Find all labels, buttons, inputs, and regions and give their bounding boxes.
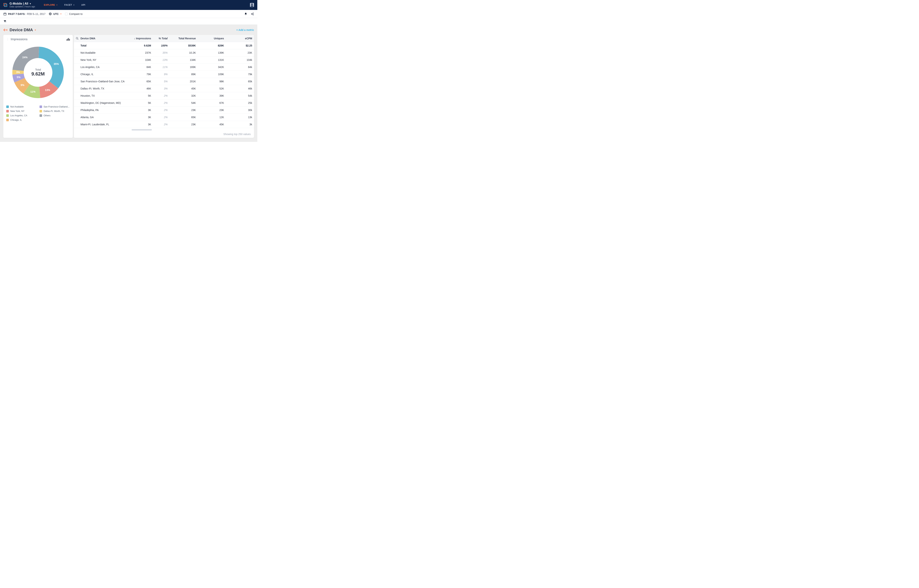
caret-down-icon: ▼ bbox=[73, 4, 74, 6]
horizontal-scrollbar[interactable] bbox=[132, 129, 152, 131]
top-navbar: G-Mobile | All ▾ Data updated 2 hours ag… bbox=[0, 0, 257, 10]
svg-rect-2 bbox=[4, 13, 6, 15]
legend-swatch bbox=[40, 105, 42, 108]
svg-line-20 bbox=[78, 39, 78, 39]
legend-swatch bbox=[40, 110, 42, 113]
legend-label: New York, NY bbox=[10, 110, 24, 113]
legend-swatch bbox=[6, 114, 9, 117]
app-logo-icon bbox=[3, 3, 7, 7]
data-table: Device DMA ↓Impressions % Total Total Re… bbox=[74, 35, 254, 131]
filter-strip: + bbox=[0, 18, 257, 24]
page-title-dropdown[interactable]: Device DMA ▼ bbox=[10, 27, 36, 32]
app-title: G-Mobile | All bbox=[10, 2, 28, 5]
data-table-panel: Device DMA ↓Impressions % Total Total Re… bbox=[74, 35, 254, 138]
col-uniques[interactable]: Uniques bbox=[198, 35, 226, 42]
panel-title: Impressions bbox=[11, 37, 27, 41]
checkbox-icon[interactable] bbox=[65, 13, 68, 15]
timezone-value: UTC bbox=[53, 13, 59, 15]
legend-swatch bbox=[6, 105, 9, 108]
table-row[interactable]: Dallas–Ft. Worth, TX46K3%45K52K46k bbox=[74, 85, 254, 92]
legend-item[interactable]: Dallas-Ft. Worth, TX bbox=[40, 110, 70, 113]
table-row[interactable]: Atlanta, GA3K2%65K12K13k bbox=[74, 114, 254, 121]
share-icon[interactable] bbox=[251, 12, 254, 16]
table-row[interactable]: Houston, TX5K2%32K39K54k bbox=[74, 92, 254, 99]
impressions-panel: ⋮ Impressions Total 9.62M 35%13%11%9%5%3… bbox=[3, 35, 73, 138]
legend-item[interactable]: Not Available bbox=[6, 105, 37, 108]
caret-down-icon: ▼ bbox=[34, 29, 36, 31]
bell-icon[interactable] bbox=[244, 12, 247, 16]
chart-type-icon[interactable] bbox=[66, 38, 70, 40]
legend-label: San Francisco-Oakland... bbox=[44, 105, 69, 108]
back-arrow-icon[interactable] bbox=[3, 29, 7, 31]
legend-item[interactable]: Others bbox=[40, 114, 70, 117]
table-row[interactable]: Chicago, IL79K9%89K109K79k bbox=[74, 71, 254, 78]
donut-segment-label: 13% bbox=[45, 89, 50, 92]
legend-label: Los Angeles, CA bbox=[10, 114, 27, 117]
legend-label: Not Available bbox=[10, 105, 24, 108]
legend-label: Chicago, IL bbox=[10, 119, 22, 121]
caret-down-icon: ▼ bbox=[60, 13, 62, 15]
compare-to-toggle[interactable]: Compare to bbox=[65, 13, 82, 15]
drag-handle-icon[interactable]: ⋮ bbox=[6, 38, 9, 41]
add-metric-button[interactable]: + Add a metric bbox=[236, 29, 254, 31]
table-row[interactable]: Washington, DC (Hagerstown, MD)5K2%54K67… bbox=[74, 99, 254, 107]
table-row[interactable]: Miami-Ft. Lauderdale, FL3K2%23K45K3k bbox=[74, 121, 254, 128]
legend-item[interactable]: New York, NY bbox=[6, 110, 37, 113]
content-area: Device DMA ▼ + Add a metric ⋮ Impression… bbox=[0, 24, 257, 142]
table-row[interactable]: Not Available237K35%10.2K139K23K bbox=[74, 49, 254, 57]
donut-center-label: Total bbox=[35, 68, 41, 71]
table-row[interactable]: San Francisco–Oakland-San Jose, CA65K5%2… bbox=[74, 78, 254, 85]
donut-segment-label: 5% bbox=[17, 76, 20, 79]
col-impressions[interactable]: ↓Impressions bbox=[131, 35, 153, 42]
data-freshness-label: Data updated 2 hours ago bbox=[10, 5, 35, 8]
table-row[interactable]: Los Angeles, CA84K11%169K342K84k bbox=[74, 64, 254, 71]
col-revenue[interactable]: Total Revenue bbox=[170, 35, 198, 42]
donut-segment-label: 35% bbox=[54, 63, 59, 65]
date-range-picker[interactable]: PAST 7 DAYS: FEB 5–11, 2017 bbox=[3, 12, 45, 16]
tab-facet[interactable]: FACET▼ bbox=[64, 4, 74, 6]
page-title: Device DMA bbox=[10, 27, 33, 32]
timezone-picker[interactable]: UTC ▼ bbox=[49, 12, 62, 15]
chevron-down-icon: ▾ bbox=[30, 2, 31, 5]
table-footer: Showing top 250 values bbox=[74, 131, 254, 138]
legend-item[interactable]: Los Angeles, CA bbox=[6, 114, 37, 117]
donut-center-value: 9.62M bbox=[31, 71, 45, 77]
svg-rect-16 bbox=[68, 39, 68, 40]
svg-rect-15 bbox=[66, 39, 67, 40]
app-title-dropdown[interactable]: G-Mobile | All ▾ bbox=[10, 2, 35, 5]
tab-api[interactable]: API bbox=[81, 4, 85, 6]
legend-swatch bbox=[6, 119, 9, 121]
chart-legend: Not AvailableNew York, NYLos Angeles, CA… bbox=[6, 105, 70, 121]
donut-chart: Total 9.62M 35%13%11%9%5%3%24% bbox=[12, 47, 64, 98]
svg-line-13 bbox=[252, 14, 253, 15]
legend-item[interactable]: Chicago, IL bbox=[6, 119, 37, 121]
globe-icon bbox=[49, 12, 52, 15]
table-row[interactable]: Boston, MA-Manchester, NH2K2%24K21K2k bbox=[74, 128, 254, 131]
user-avatar-icon[interactable] bbox=[250, 3, 254, 7]
svg-point-19 bbox=[76, 37, 78, 39]
sort-desc-icon: ↓ bbox=[134, 37, 135, 40]
legend-item[interactable]: San Francisco-Oakland... bbox=[40, 105, 70, 108]
legend-swatch bbox=[40, 114, 42, 117]
legend-label: Others bbox=[44, 114, 50, 117]
col-dma[interactable]: Device DMA bbox=[74, 35, 131, 42]
donut-segment-label: 11% bbox=[30, 90, 36, 93]
col-ecpm[interactable]: eCPM bbox=[226, 35, 254, 42]
donut-segment-label: 3% bbox=[16, 71, 20, 74]
table-total-row: Total9.62M100%$539K829K$2.25 bbox=[74, 42, 254, 49]
svg-text:+: + bbox=[6, 21, 6, 23]
search-icon[interactable] bbox=[76, 37, 79, 40]
table-row[interactable]: New York, NY104K13%134K131K104k bbox=[74, 57, 254, 64]
date-range-label: PAST 7 DAYS: bbox=[8, 13, 25, 15]
caret-down-icon: ▼ bbox=[56, 4, 58, 6]
date-range-value: FEB 5–11, 2017 bbox=[27, 13, 45, 15]
table-row[interactable]: Philadephia, PA3K2%23K23K30k bbox=[74, 107, 254, 114]
svg-rect-18 bbox=[69, 39, 70, 40]
col-pct-total[interactable]: % Total bbox=[153, 35, 170, 42]
svg-rect-0 bbox=[4, 3, 6, 6]
tab-explore[interactable]: EXPLORE▼ bbox=[44, 4, 58, 6]
filter-add-icon[interactable]: + bbox=[3, 19, 6, 23]
date-toolbar: PAST 7 DAYS: FEB 5–11, 2017 UTC ▼ Compar… bbox=[0, 10, 257, 18]
legend-label: Dallas-Ft. Worth, TX bbox=[44, 110, 64, 113]
svg-rect-17 bbox=[68, 38, 69, 40]
